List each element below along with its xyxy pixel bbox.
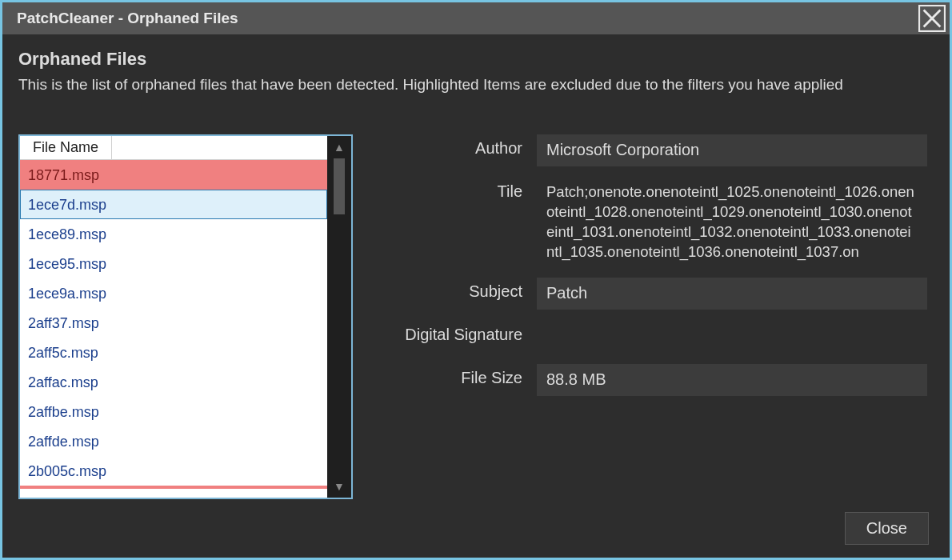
- field-file-size: File Size 88.8 MB: [377, 364, 927, 396]
- footer: Close: [18, 512, 934, 550]
- field-tile: Tile Patch;onenote.onenoteintl_1025.onen…: [377, 178, 927, 267]
- list-item[interactable]: 2affbe.msp: [20, 397, 327, 426]
- label-file-size: File Size: [377, 364, 537, 387]
- field-author: Author Microsoft Corporation: [377, 134, 927, 166]
- list-item[interactable]: 2aff5c.msp: [20, 338, 327, 367]
- field-subject: Subject Patch: [377, 278, 927, 310]
- page-title: Orphaned Files: [18, 49, 934, 70]
- window: PatchCleaner - Orphaned Files Orphaned F…: [2, 2, 950, 558]
- value-file-size: 88.8 MB: [537, 364, 927, 396]
- label-tile: Tile: [377, 178, 537, 201]
- window-close-button[interactable]: [918, 4, 946, 33]
- label-author: Author: [377, 134, 537, 158]
- scrollbar-track[interactable]: [334, 158, 345, 475]
- page-subtitle: This is the list of orphaned files that …: [18, 74, 934, 96]
- list-item[interactable]: 1ece7d.msp: [20, 190, 327, 219]
- window-title: PatchCleaner - Orphaned Files: [17, 10, 918, 27]
- list-item[interactable]: 2affac.msp: [20, 367, 327, 397]
- value-author: Microsoft Corporation: [537, 134, 927, 166]
- list-item[interactable]: 1ece89.msp: [20, 219, 327, 249]
- label-subject: Subject: [377, 278, 537, 301]
- field-digital-signature: Digital Signature: [377, 321, 927, 353]
- label-digital-signature: Digital Signature: [377, 321, 537, 344]
- value-subject: Patch: [537, 278, 927, 310]
- value-tile: Patch;onenote.onenoteintl_1025.onenotein…: [537, 178, 927, 267]
- close-button[interactable]: Close: [845, 512, 929, 545]
- value-digital-signature: [537, 321, 927, 353]
- scroll-up-icon[interactable]: ▲: [334, 141, 345, 154]
- list-item[interactable]: 1ece95.msp: [20, 249, 327, 278]
- titlebar[interactable]: PatchCleaner - Orphaned Files: [2, 2, 950, 34]
- close-icon: [918, 5, 946, 32]
- list-item[interactable]: 2affde.msp: [20, 426, 327, 456]
- file-list-rows: 18771.msp1ece7d.msp1ece89.msp1ece95.msp1…: [20, 160, 327, 498]
- body: File Name 18771.msp1ece7d.msp1ece89.msp1…: [18, 134, 934, 512]
- list-item[interactable]: [20, 486, 327, 489]
- content-area: Orphaned Files This is the list of orpha…: [2, 34, 950, 558]
- scrollbar-thumb[interactable]: [334, 158, 345, 214]
- scrollbar[interactable]: ▲ ▼: [327, 136, 351, 498]
- file-list-header[interactable]: File Name: [20, 136, 327, 160]
- list-item[interactable]: 1ece9a.msp: [20, 278, 327, 308]
- file-list: File Name 18771.msp1ece7d.msp1ece89.msp1…: [18, 134, 353, 499]
- details-panel: Author Microsoft Corporation Tile Patch;…: [377, 134, 934, 512]
- list-item[interactable]: 18771.msp: [20, 160, 327, 190]
- file-list-main: File Name 18771.msp1ece7d.msp1ece89.msp1…: [20, 136, 327, 498]
- list-item[interactable]: 2aff37.msp: [20, 308, 327, 338]
- scroll-down-icon[interactable]: ▼: [334, 480, 345, 493]
- list-item[interactable]: 2b005c.msp: [20, 456, 327, 486]
- column-header-filename[interactable]: File Name: [20, 136, 112, 159]
